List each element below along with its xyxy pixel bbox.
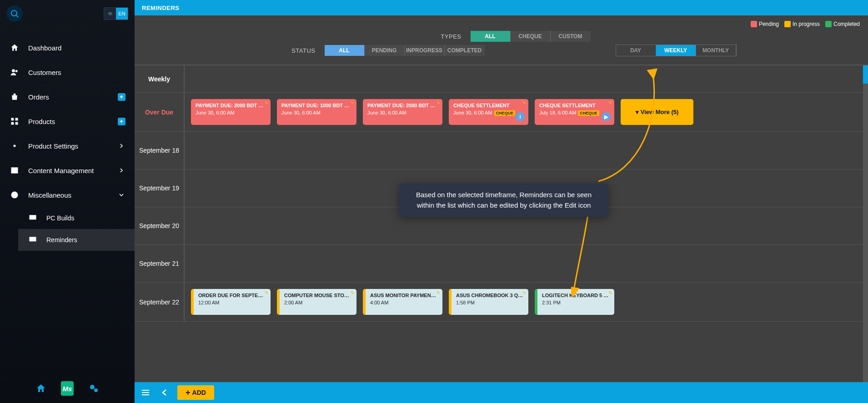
card-title: CHEQUE SETTLEMENT: [539, 103, 610, 108]
nav-label: Content Management: [28, 167, 94, 174]
card-title: ASUS CHROMEBOOK 3 QUAN...: [456, 293, 524, 298]
grid-row: September 18: [135, 132, 868, 169]
edit-icon[interactable]: ✎: [265, 290, 268, 295]
grid-row: September 22ORDER DUE FOR SEPTEMBER ...1…: [135, 283, 868, 322]
swatch-pending: [751, 21, 757, 27]
edit-icon[interactable]: ✎: [351, 290, 354, 295]
card-subtitle: 2:00 AM: [284, 300, 352, 305]
type-custom-button[interactable]: CUSTOM: [551, 31, 591, 42]
card-title: ORDER DUE FOR SEPTEMBER ...: [198, 293, 266, 298]
card-subtitle: 4:00 AM: [370, 300, 438, 305]
nav-sub-label: PC Builds: [46, 214, 74, 222]
svg-line-1: [16, 15, 18, 17]
svg-rect-13: [30, 215, 36, 219]
pie-icon: [9, 190, 20, 199]
card-subtitle: June 30, 6:00 AMCHEQUE: [453, 110, 524, 116]
sidebar-footer: Ms: [0, 374, 135, 403]
edit-icon[interactable]: ✎: [437, 290, 440, 295]
page-title: REMINDERS: [142, 5, 180, 11]
nav-product-settings[interactable]: Product Settings: [0, 134, 135, 158]
status-completed-button[interactable]: COMPLETED: [445, 45, 485, 56]
nav-pc-builds[interactable]: PC Builds: [18, 207, 135, 229]
status-all-button[interactable]: ALL: [325, 45, 365, 56]
add-order-button[interactable]: +: [117, 93, 125, 101]
view-monthly-button[interactable]: MONTHLY: [696, 45, 736, 56]
nav-products[interactable]: Products +: [0, 109, 135, 134]
grid-row-label: September 22: [135, 283, 185, 321]
card-title: PAYMENT DUE: 1000 BDT TO G...: [281, 103, 352, 108]
edit-icon[interactable]: ✎: [522, 290, 526, 295]
reminder-card[interactable]: PAYMENT DUE: 2000 BDT TO G...June 30, 6:…: [191, 99, 271, 125]
search-button[interactable]: [6, 5, 23, 22]
reminder-card[interactable]: CHEQUE SETTLEMENTJune 30, 6:00 AMCHEQUE✎…: [449, 99, 528, 125]
edit-icon[interactable]: ✎: [608, 290, 612, 295]
view-more-button[interactable]: ▾View More (5): [621, 99, 693, 125]
reminder-card[interactable]: PAYMENT DUE: 2000 BDT TO G...June 30, 6:…: [363, 99, 442, 125]
grid-row: September 21: [135, 245, 868, 283]
add-button[interactable]: +ADD: [177, 385, 214, 400]
card-subtitle: June 30, 6:00 AM: [281, 110, 352, 115]
status-pending-button[interactable]: PENDING: [365, 45, 405, 56]
grid: Weekly Over DuePAYMENT DUE: 2000 BDT TO …: [135, 65, 868, 382]
nav-orders[interactable]: Orders +: [0, 85, 135, 109]
types-label: TYPES: [412, 33, 467, 40]
cheque-badge: CHEQUE: [494, 110, 516, 116]
svg-rect-5: [15, 118, 18, 121]
svg-point-8: [14, 145, 16, 147]
scrollbar-thumb[interactable]: [863, 65, 868, 84]
swatch-completed: [825, 21, 832, 27]
lang-en-button[interactable]: EN: [116, 8, 128, 20]
reminder-card[interactable]: CHEQUE SETTLEMENTJuly 18, 6:00 AMCHEQUE✎…: [535, 99, 614, 125]
layout-icon: [9, 166, 20, 175]
reminder-card[interactable]: ORDER DUE FOR SEPTEMBER ...12:00 AM✎: [191, 289, 271, 315]
nav-miscellaneous[interactable]: Miscellaneous: [0, 183, 135, 207]
reminder-card[interactable]: ASUS MONITOR PAYMENTS 2 S...4:00 AM✎: [363, 289, 442, 315]
card-title: LOGITECH KEYBOARD 5 STOC...: [542, 293, 610, 298]
filter-status-row: STATUS ALL PENDING INPROGRESS COMPLETED …: [135, 45, 868, 56]
nav-label: Product Settings: [28, 142, 78, 150]
card-action-icon[interactable]: i: [516, 112, 525, 121]
reminder-card[interactable]: LOGITECH KEYBOARD 5 STOC...2:31 PM✎: [535, 289, 614, 315]
reminder-card[interactable]: PAYMENT DUE: 1000 BDT TO G...June 30, 6:…: [277, 99, 356, 125]
scrollbar[interactable]: [863, 65, 868, 382]
grid-row-content: [185, 132, 868, 169]
grid-row-content: PAYMENT DUE: 2000 BDT TO G...June 30, 6:…: [185, 93, 868, 131]
menu-button[interactable]: [139, 386, 152, 399]
nav-content-management[interactable]: Content Management: [0, 158, 135, 183]
type-all-button[interactable]: ALL: [471, 31, 511, 42]
svg-point-3: [15, 70, 18, 72]
home-footer-button[interactable]: [35, 382, 47, 395]
nav-label: Customers: [28, 69, 61, 76]
type-cheque-button[interactable]: CHEQUE: [511, 31, 551, 42]
reminder-card[interactable]: COMPUTER MOUSE STOCK PA...2:00 AM✎: [277, 289, 356, 315]
lang-bn-button[interactable]: বাং: [104, 8, 116, 20]
help-tooltip: Based on the selected timeframe, Reminde…: [399, 184, 608, 217]
nav-reminders[interactable]: Reminders: [18, 229, 135, 251]
view-day-button[interactable]: DAY: [616, 45, 656, 56]
card-action-icon[interactable]: ▶: [602, 112, 611, 121]
chevron-right-icon: [117, 142, 125, 150]
edit-icon[interactable]: ✎: [437, 100, 440, 105]
status-label: STATUS: [266, 47, 321, 54]
view-weekly-button[interactable]: WEEKLY: [656, 45, 696, 56]
nav-sub: PC Builds Reminders: [0, 207, 135, 251]
edit-icon[interactable]: ✎: [351, 100, 354, 105]
nav-dashboard[interactable]: Dashboard: [0, 35, 135, 60]
back-button[interactable]: [158, 386, 171, 399]
language-toggle: বাং EN: [104, 7, 128, 20]
nav-label: Dashboard: [28, 44, 61, 52]
edit-icon[interactable]: ✎: [265, 100, 268, 105]
edit-icon[interactable]: ✎: [522, 100, 526, 105]
svg-rect-9: [11, 167, 18, 173]
svg-rect-6: [11, 122, 14, 125]
settings-footer-button[interactable]: [87, 382, 100, 395]
edit-icon[interactable]: ✎: [608, 100, 612, 105]
ms-app-button[interactable]: Ms: [61, 382, 74, 395]
reminder-card[interactable]: ASUS CHROMEBOOK 3 QUAN...1:58 PM✎: [449, 289, 528, 315]
nav-label: Miscellaneous: [28, 191, 71, 199]
svg-rect-4: [11, 118, 14, 121]
nav-customers[interactable]: Customers: [0, 60, 135, 85]
grid-header-row: Weekly: [135, 65, 868, 93]
add-product-button[interactable]: +: [117, 117, 125, 125]
status-inprogress-button[interactable]: INPROGRESS: [405, 45, 445, 56]
